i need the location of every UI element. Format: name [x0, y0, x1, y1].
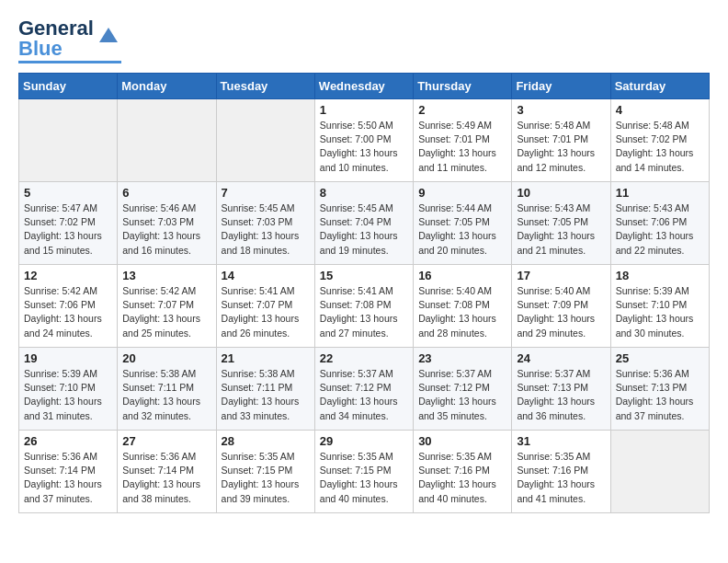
day-info: Sunrise: 5:41 AM Sunset: 7:08 PM Dayligh…	[320, 284, 408, 340]
day-header-thursday: Thursday	[414, 74, 512, 99]
day-number: 29	[320, 434, 408, 448]
calendar-cell	[216, 99, 314, 182]
day-info: Sunrise: 5:40 AM Sunset: 7:08 PM Dayligh…	[418, 284, 506, 340]
day-info: Sunrise: 5:48 AM Sunset: 7:02 PM Dayligh…	[616, 119, 704, 175]
calendar-cell: 11Sunrise: 5:43 AM Sunset: 7:06 PM Dayli…	[610, 182, 709, 265]
day-header-sunday: Sunday	[19, 74, 118, 99]
day-info: Sunrise: 5:48 AM Sunset: 7:01 PM Dayligh…	[517, 119, 605, 175]
calendar-cell: 18Sunrise: 5:39 AM Sunset: 7:10 PM Dayli…	[610, 265, 709, 348]
calendar-cell: 7Sunrise: 5:45 AM Sunset: 7:03 PM Daylig…	[216, 182, 314, 265]
day-number: 25	[616, 351, 704, 365]
day-number: 24	[517, 351, 605, 365]
day-info: Sunrise: 5:38 AM Sunset: 7:11 PM Dayligh…	[122, 367, 210, 423]
day-info: Sunrise: 5:37 AM Sunset: 7:12 PM Dayligh…	[418, 367, 506, 423]
calendar-week-4: 26Sunrise: 5:36 AM Sunset: 7:14 PM Dayli…	[19, 431, 710, 513]
day-number: 30	[418, 434, 506, 448]
day-info: Sunrise: 5:49 AM Sunset: 7:01 PM Dayligh…	[418, 119, 506, 175]
day-number: 20	[122, 351, 210, 365]
calendar-week-3: 19Sunrise: 5:39 AM Sunset: 7:10 PM Dayli…	[19, 348, 710, 431]
day-info: Sunrise: 5:36 AM Sunset: 7:14 PM Dayligh…	[24, 450, 112, 506]
day-number: 13	[122, 269, 210, 282]
day-number: 14	[222, 269, 310, 282]
day-info: Sunrise: 5:45 AM Sunset: 7:04 PM Dayligh…	[320, 201, 408, 258]
day-info: Sunrise: 5:42 AM Sunset: 7:06 PM Dayligh…	[24, 284, 112, 340]
logo-underline	[18, 61, 121, 63]
day-number: 15	[320, 269, 408, 282]
calendar-cell: 12Sunrise: 5:42 AM Sunset: 7:06 PM Dayli…	[19, 265, 118, 348]
calendar-cell: 6Sunrise: 5:46 AM Sunset: 7:03 PM Daylig…	[118, 182, 216, 265]
day-number: 27	[122, 434, 210, 448]
calendar-cell: 25Sunrise: 5:36 AM Sunset: 7:13 PM Dayli…	[610, 348, 709, 431]
calendar-cell: 29Sunrise: 5:35 AM Sunset: 7:15 PM Dayli…	[314, 431, 413, 513]
calendar-header: SundayMondayTuesdayWednesdayThursdayFrid…	[19, 74, 710, 99]
day-info: Sunrise: 5:46 AM Sunset: 7:03 PM Dayligh…	[122, 201, 210, 258]
day-info: Sunrise: 5:35 AM Sunset: 7:16 PM Dayligh…	[418, 450, 506, 506]
calendar-week-1: 5Sunrise: 5:47 AM Sunset: 7:02 PM Daylig…	[19, 182, 710, 265]
day-number: 6	[122, 186, 210, 200]
day-info: Sunrise: 5:43 AM Sunset: 7:05 PM Dayligh…	[517, 201, 605, 258]
day-info: Sunrise: 5:44 AM Sunset: 7:05 PM Dayligh…	[418, 201, 506, 258]
calendar-cell: 1Sunrise: 5:50 AM Sunset: 7:00 PM Daylig…	[314, 99, 413, 182]
logo-text: GeneralBlue	[18, 18, 94, 59]
calendar-week-2: 12Sunrise: 5:42 AM Sunset: 7:06 PM Dayli…	[19, 265, 710, 348]
day-info: Sunrise: 5:37 AM Sunset: 7:12 PM Dayligh…	[320, 367, 408, 423]
day-number: 23	[418, 351, 506, 365]
calendar-cell: 22Sunrise: 5:37 AM Sunset: 7:12 PM Dayli…	[314, 348, 413, 431]
day-number: 18	[616, 269, 704, 282]
calendar-table: SundayMondayTuesdayWednesdayThursdayFrid…	[18, 73, 710, 513]
day-number: 28	[222, 434, 310, 448]
day-info: Sunrise: 5:39 AM Sunset: 7:10 PM Dayligh…	[616, 284, 704, 340]
calendar-cell: 3Sunrise: 5:48 AM Sunset: 7:01 PM Daylig…	[512, 99, 610, 182]
calendar-cell: 5Sunrise: 5:47 AM Sunset: 7:02 PM Daylig…	[19, 182, 118, 265]
calendar-cell: 17Sunrise: 5:40 AM Sunset: 7:09 PM Dayli…	[512, 265, 610, 348]
day-number: 26	[24, 434, 112, 448]
day-info: Sunrise: 5:42 AM Sunset: 7:07 PM Dayligh…	[122, 284, 210, 340]
day-info: Sunrise: 5:35 AM Sunset: 7:15 PM Dayligh…	[222, 450, 310, 506]
logo-icon	[96, 24, 121, 50]
day-header-monday: Monday	[118, 74, 216, 99]
calendar-cell: 13Sunrise: 5:42 AM Sunset: 7:07 PM Dayli…	[118, 265, 216, 348]
day-header-saturday: Saturday	[610, 74, 709, 99]
calendar-week-0: 1Sunrise: 5:50 AM Sunset: 7:00 PM Daylig…	[19, 99, 710, 182]
calendar-cell: 9Sunrise: 5:44 AM Sunset: 7:05 PM Daylig…	[414, 182, 512, 265]
day-info: Sunrise: 5:36 AM Sunset: 7:14 PM Dayligh…	[122, 450, 210, 506]
logo: GeneralBlue	[18, 18, 121, 63]
calendar-cell: 23Sunrise: 5:37 AM Sunset: 7:12 PM Dayli…	[414, 348, 512, 431]
day-number: 1	[320, 103, 408, 117]
calendar-cell: 16Sunrise: 5:40 AM Sunset: 7:08 PM Dayli…	[414, 265, 512, 348]
page-header: GeneralBlue	[18, 18, 710, 63]
day-info: Sunrise: 5:43 AM Sunset: 7:06 PM Dayligh…	[616, 201, 704, 258]
calendar-cell: 31Sunrise: 5:35 AM Sunset: 7:16 PM Dayli…	[512, 431, 610, 513]
calendar-cell	[610, 431, 709, 513]
calendar-cell: 26Sunrise: 5:36 AM Sunset: 7:14 PM Dayli…	[19, 431, 118, 513]
day-info: Sunrise: 5:38 AM Sunset: 7:11 PM Dayligh…	[222, 367, 310, 423]
calendar-cell: 21Sunrise: 5:38 AM Sunset: 7:11 PM Dayli…	[216, 348, 314, 431]
day-info: Sunrise: 5:47 AM Sunset: 7:02 PM Dayligh…	[24, 201, 112, 258]
day-number: 5	[24, 186, 112, 200]
day-info: Sunrise: 5:41 AM Sunset: 7:07 PM Dayligh…	[222, 284, 310, 340]
day-number: 7	[222, 186, 310, 200]
day-number: 8	[320, 186, 408, 200]
svg-marker-0	[99, 28, 118, 42]
day-number: 4	[616, 103, 704, 117]
day-number: 11	[616, 186, 704, 200]
calendar-cell: 30Sunrise: 5:35 AM Sunset: 7:16 PM Dayli…	[414, 431, 512, 513]
day-number: 31	[517, 434, 605, 448]
calendar-cell: 28Sunrise: 5:35 AM Sunset: 7:15 PM Dayli…	[216, 431, 314, 513]
day-number: 16	[418, 269, 506, 282]
calendar-cell: 8Sunrise: 5:45 AM Sunset: 7:04 PM Daylig…	[314, 182, 413, 265]
day-number: 17	[517, 269, 605, 282]
day-info: Sunrise: 5:50 AM Sunset: 7:00 PM Dayligh…	[320, 119, 408, 175]
day-number: 19	[24, 351, 112, 365]
day-number: 9	[418, 186, 506, 200]
calendar-cell: 20Sunrise: 5:38 AM Sunset: 7:11 PM Dayli…	[118, 348, 216, 431]
day-number: 2	[418, 103, 506, 117]
day-info: Sunrise: 5:36 AM Sunset: 7:13 PM Dayligh…	[616, 367, 704, 423]
calendar-cell: 14Sunrise: 5:41 AM Sunset: 7:07 PM Dayli…	[216, 265, 314, 348]
day-number: 21	[222, 351, 310, 365]
calendar-cell: 2Sunrise: 5:49 AM Sunset: 7:01 PM Daylig…	[414, 99, 512, 182]
calendar-cell: 4Sunrise: 5:48 AM Sunset: 7:02 PM Daylig…	[610, 99, 709, 182]
calendar-cell: 27Sunrise: 5:36 AM Sunset: 7:14 PM Dayli…	[118, 431, 216, 513]
day-number: 22	[320, 351, 408, 365]
calendar-cell: 19Sunrise: 5:39 AM Sunset: 7:10 PM Dayli…	[19, 348, 118, 431]
